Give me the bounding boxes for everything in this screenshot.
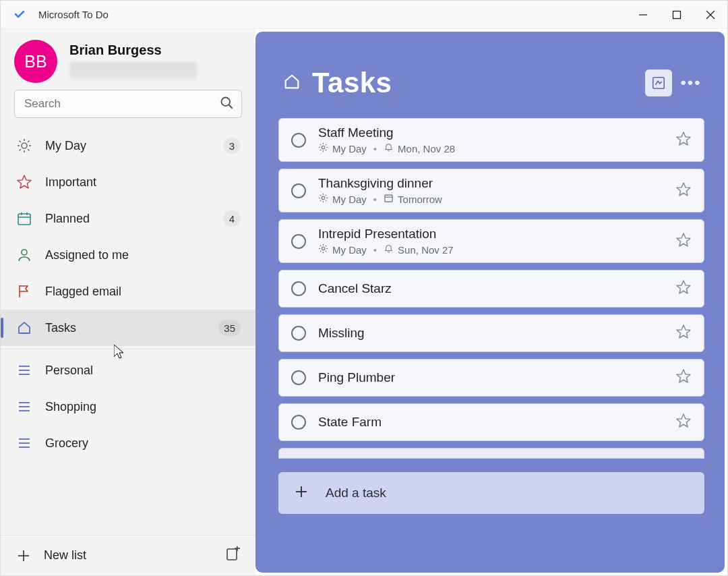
app-icon xyxy=(10,9,29,20)
star-icon[interactable] xyxy=(675,413,692,432)
profile-section[interactable]: BB Brian Burgess xyxy=(1,29,255,90)
my-day-label: My Day xyxy=(332,143,367,154)
add-task-row[interactable]: Add a task xyxy=(278,472,704,514)
app-title: Microsoft To Do xyxy=(38,9,109,20)
suggestions-button[interactable] xyxy=(645,69,672,96)
list-icon xyxy=(16,434,33,452)
sidebar-item-myday[interactable]: My Day 3 xyxy=(1,127,255,164)
star-icon[interactable] xyxy=(675,232,692,251)
list-icon xyxy=(16,362,33,379)
sidebar-item-label: Shopping xyxy=(45,400,241,414)
task-list: Staff MeetingMy Day•Mon, Nov 28 Thanksgi… xyxy=(278,118,704,459)
new-list-row[interactable]: New list xyxy=(1,535,255,575)
sidebar-item-important[interactable]: Important xyxy=(1,164,255,200)
new-list-label: New list xyxy=(44,548,224,563)
task-reminder: Mon, Nov 28 xyxy=(398,143,455,154)
star-icon[interactable] xyxy=(675,368,692,387)
bell-icon xyxy=(384,142,394,154)
titlebar: Microsoft To Do xyxy=(1,1,727,29)
star-icon[interactable] xyxy=(675,279,692,298)
sidebar-item-assigned[interactable]: Assigned to me xyxy=(1,237,255,273)
task-row[interactable]: State Farm xyxy=(278,403,704,441)
task-title: Ping Plumber xyxy=(318,370,675,385)
sidebar-item-label: Personal xyxy=(45,364,241,378)
sidebar-item-personal[interactable]: Personal xyxy=(1,352,255,388)
person-icon xyxy=(16,246,33,264)
task-checkbox[interactable] xyxy=(291,133,306,148)
avatar[interactable]: BB xyxy=(14,40,57,83)
sidebar: BB Brian Burgess My Day 3 Important Plan… xyxy=(1,29,255,575)
star-icon xyxy=(16,173,33,191)
my-day-label: My Day xyxy=(332,194,367,205)
main-header: Tasks ••• xyxy=(282,67,704,99)
main-panel: Tasks ••• Staff MeetingMy Day•Mon, Nov 2… xyxy=(255,32,725,573)
custom-lists: Personal Shopping Grocery xyxy=(1,352,255,461)
sun-icon xyxy=(318,193,328,205)
sidebar-item-tasks[interactable]: Tasks 35 xyxy=(1,310,255,346)
sidebar-item-label: Tasks xyxy=(45,321,218,335)
sidebar-item-label: Assigned to me xyxy=(45,248,241,262)
star-icon[interactable] xyxy=(675,324,692,343)
task-row[interactable]: Staff MeetingMy Day•Mon, Nov 28 xyxy=(278,118,704,162)
calendar-icon xyxy=(16,210,33,227)
task-row[interactable]: Thanksgiving dinnerMy Day•Tomorrow xyxy=(278,169,704,212)
sun-icon xyxy=(16,137,33,154)
task-reminder: Tomorrow xyxy=(398,194,442,205)
task-meta: My Day•Sun, Nov 27 xyxy=(318,243,675,256)
window-close-button[interactable] xyxy=(694,1,727,29)
plus-icon xyxy=(16,548,32,564)
sidebar-item-label: Planned xyxy=(45,212,223,226)
sidebar-divider xyxy=(1,349,255,349)
sidebar-item-shopping[interactable]: Shopping xyxy=(1,388,255,425)
sidebar-item-count: 35 xyxy=(218,320,241,336)
task-reminder: Sun, Nov 27 xyxy=(398,244,454,256)
bell-icon xyxy=(384,243,394,256)
sidebar-item-label: Important xyxy=(45,175,241,190)
my-day-label: My Day xyxy=(332,244,367,256)
task-title: Cancel Starz xyxy=(318,281,675,296)
task-title: Missling xyxy=(318,326,675,341)
sun-icon xyxy=(318,142,328,154)
home-icon xyxy=(282,72,301,94)
star-icon[interactable] xyxy=(675,131,692,150)
sidebar-item-label: My Day xyxy=(45,139,223,153)
task-title: State Farm xyxy=(318,415,675,430)
task-title: Intrepid Presentation xyxy=(318,227,675,241)
main-title: Tasks xyxy=(312,67,392,99)
add-task-label: Add a task xyxy=(326,486,386,500)
calendar-icon xyxy=(384,193,394,205)
star-icon[interactable] xyxy=(675,181,692,200)
user-name: Brian Burgess xyxy=(69,42,198,58)
more-options-button[interactable]: ••• xyxy=(677,69,704,96)
task-meta: My Day•Mon, Nov 28 xyxy=(318,142,675,154)
task-row-peek xyxy=(278,448,704,459)
task-checkbox[interactable] xyxy=(291,234,306,249)
new-group-icon[interactable] xyxy=(224,546,241,565)
app-window: Microsoft To Do BB Brian Burgess My xyxy=(0,0,728,576)
flag-icon xyxy=(16,283,33,300)
task-checkbox[interactable] xyxy=(291,326,306,341)
search-icon[interactable] xyxy=(220,96,233,112)
user-email-redacted xyxy=(69,62,198,80)
task-row[interactable]: Ping Plumber xyxy=(278,359,704,397)
task-title: Staff Meeting xyxy=(318,125,675,140)
sun-icon xyxy=(318,243,328,256)
sidebar-item-planned[interactable]: Planned 4 xyxy=(1,200,255,237)
smart-lists: My Day 3 Important Planned 4 Assigned to… xyxy=(1,127,255,346)
task-row[interactable]: Intrepid PresentationMy Day•Sun, Nov 27 xyxy=(278,219,704,263)
task-row[interactable]: Cancel Starz xyxy=(278,270,704,308)
task-title: Thanksgiving dinner xyxy=(318,176,675,191)
task-checkbox[interactable] xyxy=(291,183,306,198)
search-box[interactable] xyxy=(14,90,242,118)
task-checkbox[interactable] xyxy=(291,370,306,385)
sidebar-item-grocery[interactable]: Grocery xyxy=(1,425,255,461)
sidebar-item-flagged[interactable]: Flagged email xyxy=(1,273,255,310)
home-icon xyxy=(16,319,33,337)
task-checkbox[interactable] xyxy=(291,415,306,430)
task-checkbox[interactable] xyxy=(291,281,306,296)
task-row[interactable]: Missling xyxy=(278,314,704,352)
window-maximize-button[interactable] xyxy=(660,1,694,29)
search-input[interactable] xyxy=(23,96,220,111)
window-minimize-button[interactable] xyxy=(626,1,660,29)
sidebar-item-label: Grocery xyxy=(45,436,241,451)
